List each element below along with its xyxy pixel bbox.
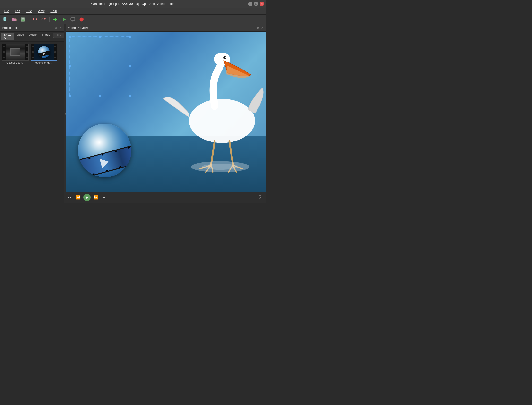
filmstrip-left-2 <box>31 44 34 60</box>
svg-rect-0 <box>4 17 6 21</box>
toolbar-separator <box>29 17 29 22</box>
menu-file[interactable]: File <box>1 9 11 13</box>
svg-rect-4 <box>22 20 24 21</box>
svg-point-26 <box>259 197 261 198</box>
svg-point-24 <box>202 164 239 170</box>
menu-edit[interactable]: Edit <box>12 9 23 13</box>
tab-audio[interactable]: Audio <box>27 33 39 40</box>
file-item-openshot[interactable]: openshot-qt.... <box>31 44 57 64</box>
preview-controls: ⏮ ⏪ ▶ ⏩ ⏭ <box>66 192 266 202</box>
project-files-controls: ⧉ ✕ <box>55 26 62 30</box>
filter-tabs: Show All Video Audio Image <box>0 32 64 42</box>
tab-video[interactable]: Video <box>14 33 26 40</box>
svg-marker-6 <box>44 18 46 20</box>
toolbar <box>0 15 266 24</box>
filmstrip-left <box>2 44 6 60</box>
svg-point-20 <box>225 57 226 58</box>
pelican-svg <box>156 32 266 192</box>
svg-rect-13 <box>73 18 73 20</box>
project-files-title: Project Files <box>2 26 19 30</box>
window-controls: ─ □ ✕ <box>248 2 264 6</box>
screenshot-button[interactable] <box>256 194 264 201</box>
window-title: * Untitled Project [HD 720p 30 fps] - Op… <box>17 2 248 6</box>
maximize-button[interactable]: □ <box>254 2 258 6</box>
tab-image[interactable]: Image <box>40 33 52 40</box>
close-button[interactable]: ✕ <box>260 2 264 6</box>
filmstrip-right-2 <box>54 44 57 60</box>
svg-marker-9 <box>63 18 66 21</box>
svg-rect-25 <box>258 196 262 199</box>
titlebar: * Untitled Project [HD 720p 30 fps] - Op… <box>0 0 266 8</box>
open-folder-button[interactable] <box>10 16 18 23</box>
svg-rect-14 <box>74 18 74 20</box>
close-panel-icon[interactable]: ✕ <box>59 26 62 30</box>
project-files-header: Project Files ⧉ ✕ <box>0 24 64 32</box>
files-grid: CausesOpen... <box>0 42 64 202</box>
export-button[interactable] <box>69 16 77 23</box>
file-thumb-causes <box>2 44 29 61</box>
svg-rect-12 <box>72 18 72 20</box>
float-preview-icon[interactable]: ⧉ <box>257 26 260 30</box>
fast-forward-button[interactable]: ⏩ <box>92 194 99 201</box>
preview-header: Video Preview ⧉ ✕ <box>66 24 266 32</box>
float-icon[interactable]: ⧉ <box>55 26 58 30</box>
tab-show-all[interactable]: Show All <box>1 33 14 40</box>
menu-title[interactable]: Title <box>24 9 34 13</box>
file-name-openshot: openshot-qt.... <box>31 61 57 64</box>
left-panel: Project Files ⧉ ✕ Show All Video Audio I… <box>0 24 64 202</box>
svg-marker-1 <box>6 17 7 18</box>
new-file-button[interactable] <box>1 16 9 23</box>
svg-marker-15 <box>72 21 74 22</box>
minimize-button[interactable]: ─ <box>248 2 252 6</box>
preview-mode-button[interactable] <box>60 16 68 23</box>
save-button[interactable] <box>19 16 27 23</box>
openshot-ball <box>78 124 131 177</box>
toolbar-separator-2 <box>49 17 50 22</box>
menu-help[interactable]: Help <box>48 9 59 13</box>
undo-button[interactable] <box>31 16 39 23</box>
file-name-causes: CausesOpen... <box>2 61 29 64</box>
svg-point-17 <box>189 99 255 143</box>
rewind-start-button[interactable]: ⏮ <box>66 194 73 201</box>
svg-rect-3 <box>22 18 24 19</box>
video-preview-area[interactable] <box>66 32 266 192</box>
play-button[interactable]: ▶ <box>83 194 91 201</box>
fast-forward-end-button[interactable]: ⏭ <box>101 194 108 201</box>
filmstrip-right <box>25 44 28 60</box>
play-icon-film <box>100 157 110 168</box>
redo-button[interactable] <box>40 16 47 23</box>
svg-line-22 <box>229 141 233 165</box>
svg-marker-5 <box>33 18 34 20</box>
svg-point-16 <box>80 18 84 21</box>
svg-line-21 <box>211 141 215 165</box>
add-track-button[interactable] <box>51 16 59 23</box>
right-panel: Video Preview ⧉ ✕ <box>66 24 266 202</box>
menubar: File Edit Title View Help <box>0 8 266 15</box>
menu-view[interactable]: View <box>35 9 47 13</box>
main-area: Project Files ⧉ ✕ Show All Video Audio I… <box>0 24 266 202</box>
rewind-button[interactable]: ⏪ <box>75 194 82 201</box>
svg-rect-8 <box>55 18 56 21</box>
file-thumb-openshot <box>31 44 57 61</box>
record-button[interactable] <box>78 16 86 23</box>
preview-title: Video Preview <box>68 26 88 30</box>
close-preview-icon[interactable]: ✕ <box>261 26 264 30</box>
file-item-causes[interactable]: CausesOpen... <box>2 44 29 64</box>
